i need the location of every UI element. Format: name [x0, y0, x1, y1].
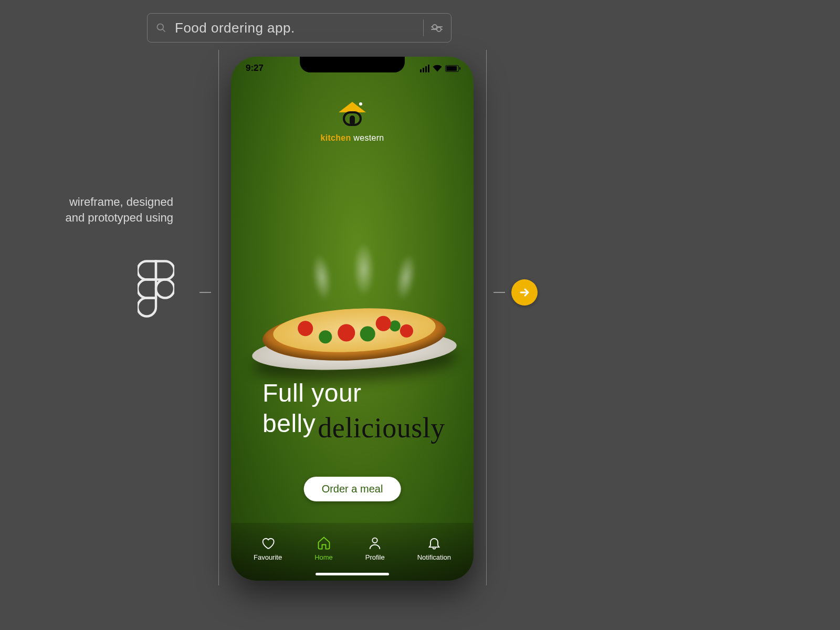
- svg-point-6: [373, 538, 377, 542]
- nav-home[interactable]: Home: [314, 536, 333, 561]
- brand-name-strong: kitchen: [321, 133, 351, 142]
- search-input-text[interactable]: Food ordering app.: [175, 20, 416, 36]
- caption-text: wireframe, designed and prototyped using: [58, 194, 173, 225]
- battery-icon: [445, 65, 459, 72]
- headline: Full your bellydeliciously: [262, 380, 445, 438]
- brand-name-rest: western: [351, 133, 384, 142]
- nav-label: Home: [314, 553, 333, 561]
- svg-point-0: [158, 24, 164, 30]
- figma-icon: [138, 260, 174, 318]
- svg-rect-5: [350, 116, 355, 125]
- order-button[interactable]: Order a meal: [304, 477, 401, 501]
- filter-icon[interactable]: [431, 22, 443, 34]
- arrow-right-icon: [518, 286, 531, 299]
- home-indicator: [316, 573, 389, 575]
- wifi-icon: [433, 65, 442, 72]
- dash: [494, 292, 505, 293]
- headline-line1: Full your: [262, 380, 445, 407]
- search-bar[interactable]: Food ordering app.: [147, 13, 452, 43]
- nav-notification[interactable]: Notification: [417, 536, 451, 561]
- house-icon: [335, 100, 369, 128]
- bottom-nav: Favourite Home Profile Notification: [231, 523, 474, 581]
- divider: [423, 19, 424, 36]
- svg-line-1: [163, 29, 165, 32]
- headline-line2: belly: [262, 410, 316, 437]
- hero-image-pizza: [255, 282, 459, 372]
- nav-profile[interactable]: Profile: [365, 536, 385, 561]
- nav-label: Favourite: [254, 553, 282, 561]
- headline-script: deliciously: [318, 413, 445, 444]
- search-icon: [156, 23, 166, 33]
- home-icon: [316, 536, 332, 550]
- heart-icon: [260, 536, 276, 550]
- bell-icon: [426, 536, 442, 550]
- guide-line: [218, 50, 219, 585]
- phone-mock: 9:27 kitchen western Full your bellydeli…: [231, 57, 474, 581]
- next-button[interactable]: [511, 279, 538, 306]
- dash: [200, 292, 211, 293]
- signal-icon: [420, 65, 429, 72]
- svg-point-3: [359, 102, 362, 106]
- nav-favourite[interactable]: Favourite: [254, 536, 282, 561]
- nav-label: Profile: [365, 553, 385, 561]
- phone-notch: [300, 57, 405, 72]
- svg-point-2: [156, 280, 174, 298]
- nav-label: Notification: [417, 553, 451, 561]
- status-time: 9:27: [246, 63, 264, 74]
- user-icon: [367, 536, 383, 550]
- guide-line: [486, 50, 487, 585]
- brand-logo: kitchen western: [231, 100, 474, 143]
